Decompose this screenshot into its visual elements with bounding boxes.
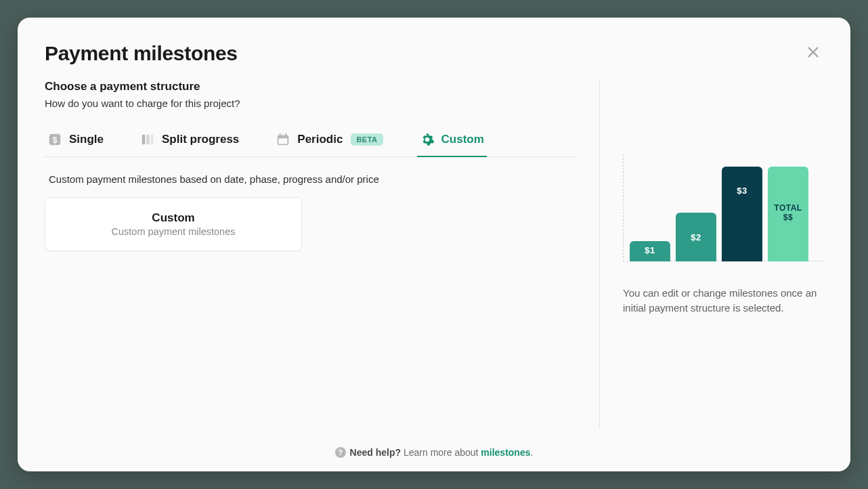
learn-more-text: Learn more about <box>404 447 481 458</box>
bar-2: $2 <box>676 213 716 261</box>
svg-text:$: $ <box>53 135 58 145</box>
bar-1: $1 <box>630 241 670 261</box>
chart-bars: $1 $2 $3 TOTAL $$ <box>630 167 823 261</box>
help-icon: ? <box>335 447 346 458</box>
tab-label: Single <box>69 133 104 146</box>
svg-rect-8 <box>278 135 289 139</box>
calendar-icon <box>276 132 290 147</box>
svg-rect-10 <box>286 133 287 137</box>
period: . <box>531 447 534 458</box>
modal-title: Payment milestones <box>45 42 238 65</box>
svg-rect-4 <box>142 135 146 145</box>
tab-description: Custom payment milestones based on date,… <box>45 173 575 185</box>
milestones-illustration: $1 $2 $3 TOTAL $$ <box>623 160 823 261</box>
tab-label: Custom <box>441 133 484 146</box>
tab-custom[interactable]: Custom <box>417 128 487 156</box>
modal-header: Payment milestones <box>45 42 823 65</box>
payment-structure-tabs: $ Single Split progress Periodic BETA <box>45 128 575 157</box>
tab-single[interactable]: $ Single <box>45 128 106 156</box>
left-column: Choose a payment structure How do you wa… <box>45 80 600 429</box>
chart-axis-vertical <box>623 154 624 261</box>
milestones-link[interactable]: milestones <box>481 447 530 458</box>
dollar-square-icon: $ <box>47 132 62 147</box>
tab-label: Periodic <box>297 133 343 146</box>
close-button[interactable] <box>803 42 823 62</box>
section-title: Choose a payment structure <box>45 80 575 93</box>
tab-periodic[interactable]: Periodic BETA <box>273 128 385 156</box>
bar-total: TOTAL $$ <box>768 167 808 261</box>
columns-icon <box>140 132 155 147</box>
custom-option-card[interactable]: Custom Custom payment milestones <box>45 197 302 251</box>
close-icon <box>806 45 821 60</box>
need-help-label: Need help? <box>350 447 401 458</box>
beta-badge: BETA <box>351 133 383 146</box>
card-subtitle: Custom payment milestones <box>58 226 289 237</box>
payment-milestones-modal: Payment milestones Choose a payment stru… <box>18 18 850 471</box>
tab-split-progress[interactable]: Split progress <box>137 128 242 156</box>
modal-body: Choose a payment structure How do you wa… <box>45 80 823 429</box>
svg-rect-9 <box>280 133 281 137</box>
gear-icon <box>420 132 435 147</box>
section-subtitle: How do you want to charge for this proje… <box>45 98 575 109</box>
right-column: $1 $2 $3 TOTAL $$ You can edit or change… <box>600 80 823 429</box>
card-title: Custom <box>58 211 289 225</box>
svg-rect-5 <box>146 135 150 145</box>
footer-help: ? Need help? Learn more about milestones… <box>45 442 823 458</box>
tab-label: Split progress <box>162 133 239 146</box>
bar-3: $3 <box>722 167 762 261</box>
svg-rect-11 <box>279 138 288 144</box>
right-note: You can edit or change milestones once a… <box>623 286 823 316</box>
svg-rect-6 <box>151 135 154 145</box>
bar-total-label: TOTAL $$ <box>774 203 802 223</box>
